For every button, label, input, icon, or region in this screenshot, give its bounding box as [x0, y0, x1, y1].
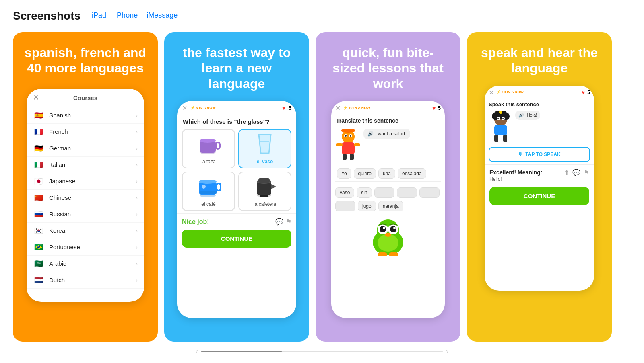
word-chip[interactable]: ensalada — [398, 168, 426, 179]
speak-continue-container: CONTINUE — [485, 184, 594, 210]
continue-btn-container: CONTINUE — [177, 230, 296, 252]
streak-badge: ⚡ 10 IN A ROW — [343, 106, 430, 110]
svg-rect-30 — [350, 154, 354, 160]
list-item[interactable]: 🇮🇹 Italian › — [27, 157, 144, 173]
hearts-count: 5 — [587, 90, 590, 95]
screenshot-card-3: quick, fun bite-sized lessons that work … — [316, 32, 460, 342]
speak-character — [489, 111, 513, 143]
tab-iphone[interactable]: iPhone — [115, 11, 138, 21]
owl-area — [331, 213, 445, 260]
word-bank-row2: jugo naranja — [331, 199, 445, 213]
close-icon[interactable]: ✕ — [33, 93, 39, 102]
word-chip[interactable]: naranja — [378, 201, 403, 211]
quiz-header: ✕ ⚡ 3 IN A ROW ♥ 5 — [177, 101, 296, 115]
flag-icon[interactable]: ⚑ — [584, 169, 589, 176]
svg-rect-44 — [494, 125, 507, 135]
scroll-right-arrow[interactable]: › — [446, 347, 449, 356]
continue-button[interactable]: CONTINUE — [489, 187, 589, 205]
quiz-option-1[interactable]: la taza — [182, 129, 235, 168]
svg-rect-27 — [336, 143, 343, 146]
chat-icon[interactable]: 💬 — [572, 169, 580, 176]
flag-icon: 🇩🇪 — [33, 144, 44, 152]
hearts-count: 5 — [438, 105, 441, 111]
flag-icon: 🇰🇷 — [33, 227, 44, 235]
character-area: 🔊 I want a salad. — [331, 126, 445, 163]
list-item[interactable]: 🇸🇦 Arabic › — [27, 256, 144, 272]
list-item[interactable]: 🇩🇪 German › — [27, 140, 144, 157]
course-name: Arabic — [49, 260, 136, 267]
close-icon[interactable]: ✕ — [489, 89, 494, 96]
course-name: Dutch — [49, 277, 136, 283]
course-name: Spanish — [49, 112, 136, 119]
tab-imessage[interactable]: iMessage — [147, 11, 178, 21]
phone-mockup-2: ✕ ⚡ 3 IN A ROW ♥ 5 Which of these is "th… — [177, 101, 296, 318]
option-label: la cafetera — [254, 201, 276, 207]
svg-point-52 — [499, 111, 502, 114]
quiz-option-2[interactable]: el vaso — [238, 129, 291, 168]
phone-mockup-1: ✕ Courses 🇪🇸 Spanish › 🇫🇷 French › 🇩🇪 Ge… — [27, 89, 144, 302]
screenshots-container: spanish, french and 40 more languages ✕ … — [13, 32, 631, 342]
word-chip[interactable]: vaso — [335, 187, 354, 198]
list-item[interactable]: 🇯🇵 Japanese › — [27, 173, 144, 190]
continue-button[interactable]: CONTINUE — [182, 230, 291, 248]
chevron-right-icon: › — [136, 162, 138, 168]
quiz-option-3[interactable]: el café — [182, 172, 235, 211]
speaker-icon: 🔊 — [367, 131, 374, 137]
flag-icon: 🇳🇱 — [33, 276, 44, 284]
answer-area: Yo quiero una ensalada — [335, 166, 441, 182]
svg-point-50 — [497, 118, 499, 119]
svg-rect-2 — [216, 142, 220, 149]
scroll-left-arrow[interactable]: ‹ — [195, 347, 198, 356]
word-chip[interactable]: jugo — [358, 201, 376, 211]
list-item[interactable]: 🇧🇷 Portuguese › — [27, 239, 144, 256]
chevron-right-icon: › — [136, 112, 138, 119]
word-chip[interactable]: una — [378, 168, 395, 179]
tap-to-speak-button[interactable]: 🎙 TAP TO SPEAK — [489, 147, 590, 162]
svg-point-51 — [502, 118, 504, 119]
hearts-count: 5 — [289, 105, 291, 111]
scroll-container: ‹ › — [13, 342, 631, 361]
meaning-text: Hello! — [489, 176, 589, 182]
streak-badge: ⚡ 3 IN A ROW — [190, 106, 279, 110]
close-icon[interactable]: ✕ — [182, 104, 187, 112]
share-icon[interactable]: ⬆ — [564, 169, 569, 176]
course-name: Portuguese — [49, 244, 136, 250]
blank-chip — [374, 187, 394, 198]
word-chip[interactable]: quiero — [354, 168, 376, 179]
svg-point-39 — [393, 227, 396, 229]
word-chip[interactable]: sin — [357, 187, 372, 198]
speak-header: ✕ ⚡ 10 IN A ROW ♥ 5 — [485, 86, 594, 100]
chevron-right-icon: › — [136, 195, 138, 201]
quiz-option-4[interactable]: la cafetera — [238, 172, 291, 211]
close-icon[interactable]: ✕ — [335, 104, 341, 112]
chevron-right-icon: › — [136, 277, 138, 283]
duolingo-owl — [368, 216, 408, 256]
flag-report-icon[interactable]: ⚑ — [286, 218, 291, 226]
tab-ipad[interactable]: iPad — [92, 11, 106, 21]
page-header: Screenshots iPad iPhone iMessage — [13, 10, 631, 23]
heart-icon: ♥ — [582, 89, 585, 96]
chat-icon[interactable]: 💬 — [275, 218, 283, 226]
speech-text: I want a salad. — [375, 131, 406, 137]
svg-point-38 — [383, 227, 385, 229]
heart-icon: ♥ — [432, 105, 436, 111]
list-item[interactable]: 🇪🇸 Spanish › — [27, 107, 144, 124]
list-item[interactable]: 🇨🇳 Chinese › — [27, 190, 144, 206]
speak-char-area: 🔊 ¡Hola! — [485, 109, 594, 144]
feedback-icons: 💬 ⚑ — [275, 218, 291, 226]
list-item[interactable]: 🇫🇷 French › — [27, 124, 144, 140]
quiz-options: la taza el vaso — [177, 129, 296, 211]
flag-icon: 🇫🇷 — [33, 128, 44, 136]
glass-image — [250, 133, 279, 157]
list-item[interactable]: 🇷🇺 Russian › — [27, 206, 144, 223]
list-item[interactable]: 🇳🇱 Dutch › — [27, 272, 144, 289]
list-item[interactable]: 🇰🇷 Korean › — [27, 223, 144, 239]
microphone-icon: 🎙 — [518, 152, 523, 157]
feedback-text: Nice job! — [182, 218, 209, 226]
blank-chip — [419, 187, 440, 198]
blue-cup-image — [194, 176, 223, 200]
chevron-right-icon: › — [136, 129, 138, 135]
word-chip[interactable]: Yo — [337, 168, 351, 179]
speaker-icon[interactable]: 🔊 — [518, 113, 524, 118]
svg-rect-9 — [217, 183, 221, 191]
